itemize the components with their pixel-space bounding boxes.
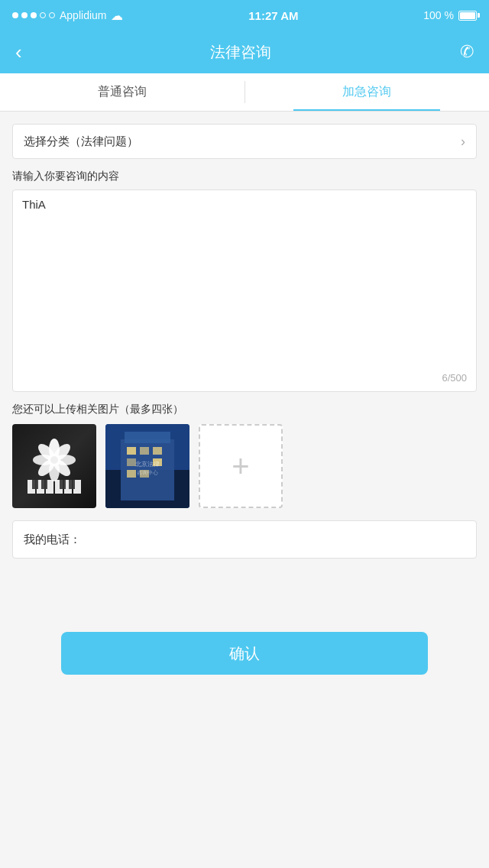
char-count: 6/500 xyxy=(22,372,467,384)
confirm-btn-wrapper: 确认 xyxy=(0,632,489,705)
tab-bar: 普通咨询 加急咨询 xyxy=(0,73,489,112)
battery-fill xyxy=(460,12,475,19)
svg-text:北京法律: 北京法律 xyxy=(135,461,160,468)
wifi-icon: ☁ xyxy=(111,8,123,23)
tab-urgent-consultation[interactable]: 加急咨询 xyxy=(245,73,490,111)
tab-urgent-label: 加急咨询 xyxy=(342,84,391,100)
page-title: 法律咨询 xyxy=(210,42,271,63)
uploaded-image-1[interactable] xyxy=(12,424,96,508)
chevron-right-icon: › xyxy=(461,134,465,150)
tab-normal-consultation[interactable]: 普通咨询 xyxy=(0,73,244,111)
svg-rect-25 xyxy=(140,447,149,455)
category-selector[interactable]: 选择分类（法律问题） › xyxy=(12,124,477,159)
nav-bar: ‹ 法律咨询 ✆ xyxy=(0,31,489,73)
signal-dot-1 xyxy=(12,12,18,18)
plus-icon: + xyxy=(232,451,249,481)
svg-rect-7 xyxy=(41,480,47,489)
building-svg: 北京法律 咨询中心 xyxy=(105,424,189,508)
carrier-label: Applidium xyxy=(60,9,106,21)
svg-rect-26 xyxy=(153,447,162,455)
phone-label: 我的电话： xyxy=(24,533,81,547)
category-text: 选择分类（法律问题） xyxy=(24,134,138,149)
uploaded-image-2[interactable]: 北京法律 咨询中心 xyxy=(105,424,189,508)
status-right: 100 % xyxy=(423,9,477,21)
status-left: Applidium ☁ xyxy=(12,8,123,23)
svg-rect-8 xyxy=(60,480,66,489)
svg-rect-24 xyxy=(127,447,136,455)
svg-rect-23 xyxy=(125,432,170,443)
add-photo-button[interactable]: + xyxy=(199,424,283,508)
time-display: 11:27 AM xyxy=(248,9,298,22)
svg-text:咨询中心: 咨询中心 xyxy=(137,470,158,476)
back-button[interactable]: ‹ xyxy=(15,42,22,62)
spacer xyxy=(12,574,477,620)
signal-dot-3 xyxy=(31,12,37,18)
flower-svg xyxy=(24,436,85,497)
confirm-button[interactable]: 确认 xyxy=(61,632,428,675)
image-upload-row: 北京法律 咨询中心 + xyxy=(12,424,477,508)
signal-dot-2 xyxy=(21,12,28,18)
svg-point-19 xyxy=(50,456,58,464)
input-label: 请输入你要咨询的内容 xyxy=(12,170,477,183)
content-textarea[interactable]: ThiA xyxy=(22,198,467,366)
battery-percent: 100 % xyxy=(423,9,454,21)
phone-input[interactable] xyxy=(87,533,465,546)
signal-dot-4 xyxy=(40,12,46,18)
signal-dot-5 xyxy=(49,12,55,18)
phone-button[interactable]: ✆ xyxy=(460,42,474,62)
tab-normal-label: 普通咨询 xyxy=(98,84,147,100)
svg-rect-6 xyxy=(32,480,38,489)
textarea-wrapper: ThiA 6/500 xyxy=(12,189,477,392)
svg-rect-9 xyxy=(69,480,75,489)
battery-icon xyxy=(458,11,477,21)
signal-dots xyxy=(12,12,55,18)
phone-input-row: 我的电话： xyxy=(12,520,477,559)
content-area: 选择分类（法律问题） › 请输入你要咨询的内容 ThiA 6/500 您还可以上… xyxy=(0,112,489,632)
upload-label: 您还可以上传相关图片（最多四张） xyxy=(12,403,477,416)
svg-rect-29 xyxy=(127,470,136,478)
status-bar: Applidium ☁ 11:27 AM 100 % xyxy=(0,0,489,31)
